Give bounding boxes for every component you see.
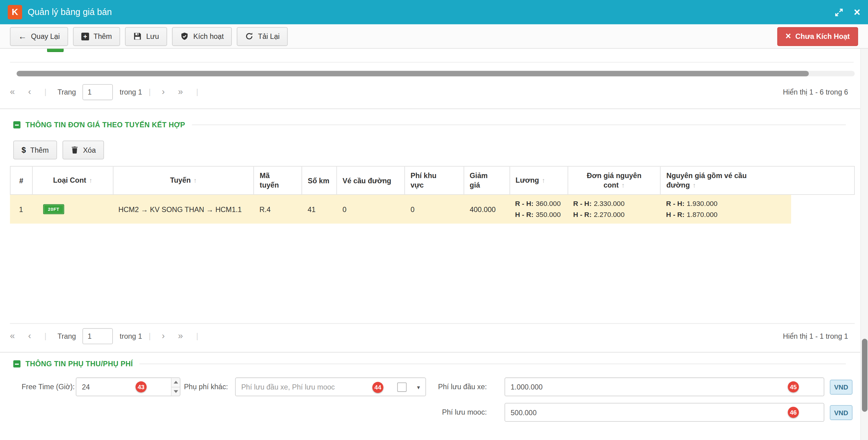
page-input[interactable] xyxy=(83,84,113,100)
truck-hold-fee-input[interactable] xyxy=(505,378,824,396)
page-input[interactable] xyxy=(83,328,113,344)
free-time-input[interactable] xyxy=(76,378,181,396)
back-arrow-icon: ← xyxy=(18,31,27,41)
x-icon: × xyxy=(785,31,791,41)
col-header-route[interactable]: Tuyến↑ xyxy=(113,167,254,194)
sort-asc-icon: ↑ xyxy=(194,177,197,184)
rates-pager: « ‹ | Trang trong 1 | › » | Hiển thị 1 -… xyxy=(10,325,848,347)
col-header-toll[interactable]: Vé cầu đường xyxy=(337,167,405,194)
add-button[interactable]: + Thêm xyxy=(73,27,120,46)
page-label: Trang xyxy=(58,332,76,340)
prev-page-button[interactable]: ‹ xyxy=(28,88,31,96)
free-time-label: Free Time (Giờ): xyxy=(0,378,74,396)
vertical-scrollbar-thumb[interactable] xyxy=(862,339,867,412)
first-page-button[interactable]: « xyxy=(10,88,15,96)
add-button-label: Thêm xyxy=(94,32,112,40)
pager-separator: | xyxy=(149,88,151,96)
other-fees-label: Phụ phí khác: xyxy=(175,378,228,396)
save-button[interactable]: Lưu xyxy=(125,27,167,46)
upper-grid-border xyxy=(10,62,854,63)
window-titlebar: K Quản lý bảng giá bán × xyxy=(0,0,868,25)
cell-cont-type: 20FT xyxy=(32,195,113,224)
cell-area-fee: 0 xyxy=(405,195,464,224)
app-logo: K xyxy=(8,5,22,19)
cell-route-code: R.4 xyxy=(254,195,302,224)
cell-discount: 400.000 xyxy=(464,195,510,224)
last-page-button[interactable]: » xyxy=(178,331,183,340)
col-header-discount[interactable]: Giảm giá xyxy=(464,167,510,194)
cell-km: 41 xyxy=(302,195,337,224)
page-of-label: trong 1 xyxy=(120,332,142,340)
col-header-gross-price[interactable]: Nguyên giá gồm vé cầu đường↑ xyxy=(661,167,854,194)
activate-button-label: Kích hoạt xyxy=(193,32,224,40)
reload-button[interactable]: Tải Lại xyxy=(237,27,288,46)
sort-asc-icon: ↑ xyxy=(542,177,545,184)
col-header-cont-type[interactable]: Loại Cont↑ xyxy=(33,167,114,194)
col-header-index[interactable]: # xyxy=(10,167,32,194)
partial-container-icon xyxy=(47,49,64,52)
rates-table-row[interactable]: 1 20FT HCM2 → KV SONG THAN → HCM1.1 R.4 … xyxy=(10,195,791,224)
save-floppy-icon xyxy=(133,32,142,40)
vnd-currency-badge: VND xyxy=(830,380,852,395)
select-all-checkbox[interactable] xyxy=(397,382,407,392)
fees-form-row-1: Free Time (Giờ): 43 Phụ phí khác: 44 ▼ P… xyxy=(0,378,868,396)
trash-icon xyxy=(71,146,79,154)
panel-divider xyxy=(0,109,860,109)
rates-table-header-row: # Loại Cont↑ Tuyến↑ Mã tuyến Số km Vé cầ… xyxy=(10,166,855,195)
pager-summary: Hiển thị 1 - 6 trong 6 xyxy=(783,88,848,96)
cell-toll: 0 xyxy=(337,195,405,224)
next-page-button[interactable]: › xyxy=(162,331,165,340)
section-fees-title: THÔNG TIN PHỤ THU/PHỤ PHÍ xyxy=(25,360,133,368)
page-label: Trang xyxy=(58,88,76,96)
mooc-hold-fee-input[interactable] xyxy=(505,403,824,422)
panel-divider xyxy=(0,352,860,352)
other-fees-input[interactable] xyxy=(236,378,369,395)
badge-43: 43 xyxy=(135,381,147,392)
mooc-hold-fee-field: 46 xyxy=(505,403,824,422)
section-rates-header: THÔNG TIN ĐƠN GIÁ THEO TUYẾN KẾT HỢP xyxy=(13,121,846,129)
status-label: Chưa Kích Hoạt xyxy=(796,32,850,40)
prev-page-button[interactable]: ‹ xyxy=(28,331,31,340)
shield-check-icon xyxy=(181,32,189,40)
col-header-route-code[interactable]: Mã tuyến xyxy=(254,167,302,194)
plus-square-icon: + xyxy=(81,32,89,40)
col-header-km[interactable]: Số km xyxy=(302,167,337,194)
pager-summary: Hiển thị 1 - 1 trong 1 xyxy=(783,332,848,340)
cell-index: 1 xyxy=(10,195,32,224)
content-area: « ‹ | Trang trong 1 | › » | Hiển thị 1 -… xyxy=(0,49,868,440)
back-button[interactable]: ← Quay Lại xyxy=(10,27,68,46)
status-not-activated-button[interactable]: × Chưa Kích Hoạt xyxy=(777,27,858,46)
horizontal-scrollbar-thumb[interactable] xyxy=(17,71,809,77)
pager-separator: | xyxy=(196,331,198,340)
col-header-salary[interactable]: Lương↑ xyxy=(510,167,568,194)
last-page-button[interactable]: » xyxy=(178,88,183,96)
close-icon[interactable]: × xyxy=(854,7,860,18)
pager-separator: | xyxy=(44,331,46,340)
horizontal-scrollbar-track[interactable] xyxy=(17,71,855,77)
cell-salary: R - H:360.000 H - R:350.000 xyxy=(510,195,568,224)
page-of-label: trong 1 xyxy=(120,88,142,96)
collapse-icon[interactable] xyxy=(13,360,21,368)
chevron-down-icon[interactable]: ▼ xyxy=(416,385,421,390)
mooc-hold-fee-label: Phí lưu mooc: xyxy=(428,403,487,422)
truck-hold-fee-label: Phí lưu đầu xe: xyxy=(428,378,487,396)
vertical-scrollbar-track[interactable] xyxy=(860,49,868,440)
badge-44: 44 xyxy=(372,382,383,393)
pager-separator: | xyxy=(196,88,198,96)
first-page-button[interactable]: « xyxy=(10,331,15,340)
expand-icon[interactable] xyxy=(834,7,844,17)
free-time-field: 43 xyxy=(76,378,181,396)
collapse-icon[interactable] xyxy=(13,121,21,128)
col-header-unit-price[interactable]: Đơn giá nguyên cont↑ xyxy=(568,167,661,194)
save-button-label: Lưu xyxy=(146,32,159,40)
rates-table-body: 1 20FT HCM2 → KV SONG THAN → HCM1.1 R.4 … xyxy=(10,195,855,324)
rates-delete-button[interactable]: Xóa xyxy=(62,141,104,159)
truck-hold-fee-field: 45 xyxy=(505,378,824,396)
toolbar: ← Quay Lại + Thêm Lưu Kích hoạt xyxy=(0,25,868,49)
rates-table: # Loại Cont↑ Tuyến↑ Mã tuyến Số km Vé cầ… xyxy=(10,166,855,324)
col-header-area-fee[interactable]: Phí khu vực xyxy=(405,167,464,194)
rates-add-button[interactable]: $ Thêm xyxy=(13,141,57,159)
refresh-icon xyxy=(245,32,253,40)
activate-button[interactable]: Kích hoạt xyxy=(172,27,232,46)
next-page-button[interactable]: › xyxy=(162,88,165,96)
